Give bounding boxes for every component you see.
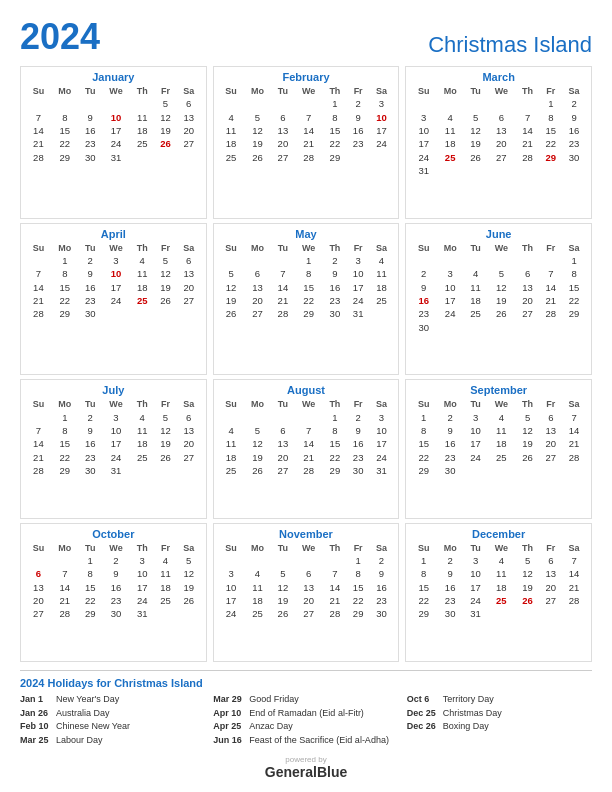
cal-day: 23 — [436, 594, 464, 607]
cal-day: 13 — [516, 280, 540, 293]
cal-day: 21 — [51, 594, 79, 607]
cal-day — [539, 321, 562, 334]
cal-table: SuMoTuWeThFrSa12345678910111213141516171… — [26, 398, 201, 477]
cal-day: 8 — [411, 567, 436, 580]
cal-day: 6 — [243, 267, 271, 280]
cal-day: 16 — [562, 124, 586, 137]
cal-day: 26 — [154, 451, 177, 464]
cal-day: 8 — [79, 567, 102, 580]
cal-day: 2 — [323, 254, 347, 267]
cal-day: 9 — [347, 424, 370, 437]
cal-day: 21 — [516, 137, 540, 150]
cal-day: 3 — [370, 410, 394, 423]
cal-day: 25 — [154, 594, 177, 607]
cal-day: 1 — [411, 410, 436, 423]
day-header: Su — [219, 242, 244, 254]
cal-day: 9 — [436, 567, 464, 580]
cal-day: 27 — [539, 451, 562, 464]
holiday-item: Feb 10Chinese New Year — [20, 720, 205, 734]
cal-day: 24 — [370, 451, 394, 464]
holiday-col: Mar 29Good FridayApr 10End of Ramadan (E… — [213, 693, 398, 747]
cal-day: 20 — [539, 437, 562, 450]
cal-day — [464, 464, 487, 477]
cal-day: 13 — [539, 567, 562, 580]
cal-day: 30 — [79, 307, 102, 320]
cal-day: 28 — [26, 464, 51, 477]
cal-day: 2 — [411, 267, 436, 280]
cal-day: 25 — [464, 307, 487, 320]
cal-day: 11 — [154, 567, 177, 580]
cal-day: 10 — [102, 267, 131, 280]
cal-day: 14 — [294, 437, 323, 450]
cal-day: 19 — [154, 124, 177, 137]
cal-day: 7 — [26, 424, 51, 437]
cal-day: 20 — [26, 594, 51, 607]
year: 2024 — [20, 16, 100, 58]
cal-day: 16 — [79, 124, 102, 137]
cal-day: 2 — [370, 554, 394, 567]
cal-day — [177, 151, 201, 164]
cal-day: 4 — [487, 554, 516, 567]
cal-day: 3 — [464, 410, 487, 423]
cal-day: 23 — [323, 294, 347, 307]
cal-day: 7 — [323, 567, 347, 580]
cal-day: 30 — [79, 464, 102, 477]
cal-day: 13 — [271, 437, 294, 450]
cal-day: 24 — [436, 307, 464, 320]
day-header: Th — [130, 542, 154, 554]
cal-day — [370, 151, 394, 164]
cal-day: 12 — [487, 280, 516, 293]
cal-day: 26 — [464, 151, 487, 164]
cal-day — [562, 321, 586, 334]
cal-day: 22 — [411, 594, 436, 607]
holiday-col: Oct 6Territory DayDec 25Christmas DayDec… — [407, 693, 592, 747]
cal-day: 3 — [102, 410, 131, 423]
cal-day: 24 — [102, 294, 131, 307]
cal-day — [154, 607, 177, 620]
cal-day: 26 — [516, 594, 540, 607]
cal-day: 8 — [323, 110, 347, 123]
cal-day: 2 — [347, 410, 370, 423]
cal-day — [562, 607, 586, 620]
holiday-date: Mar 29 — [213, 693, 245, 707]
cal-day: 21 — [323, 594, 347, 607]
cal-day: 18 — [154, 580, 177, 593]
holiday-date: Mar 25 — [20, 734, 52, 748]
holiday-name: Christmas Day — [443, 707, 502, 721]
cal-day: 1 — [323, 97, 347, 110]
day-header: Mo — [243, 85, 271, 97]
cal-day: 14 — [323, 580, 347, 593]
cal-day — [464, 164, 487, 177]
cal-day: 8 — [51, 424, 79, 437]
cal-day — [487, 97, 516, 110]
cal-day: 18 — [130, 280, 154, 293]
cal-day — [51, 97, 79, 110]
cal-day — [516, 164, 540, 177]
cal-table: SuMoTuWeThFrSa12345678910111213141516171… — [411, 398, 586, 477]
cal-day — [436, 254, 464, 267]
cal-day: 11 — [219, 124, 244, 137]
cal-day: 12 — [154, 110, 177, 123]
cal-day: 12 — [219, 280, 244, 293]
cal-day: 4 — [436, 110, 464, 123]
day-header: Sa — [177, 85, 201, 97]
cal-day — [516, 254, 540, 267]
cal-day: 20 — [539, 580, 562, 593]
cal-day: 10 — [436, 280, 464, 293]
cal-day: 23 — [436, 451, 464, 464]
footer: powered by GeneralBlue — [20, 755, 592, 780]
cal-day: 28 — [323, 607, 347, 620]
cal-day — [26, 554, 51, 567]
cal-day: 14 — [26, 437, 51, 450]
cal-day: 19 — [271, 594, 294, 607]
cal-day: 21 — [294, 451, 323, 464]
cal-table: SuMoTuWeThFrSa12345678910111213141516171… — [219, 542, 394, 621]
cal-day: 30 — [436, 464, 464, 477]
cal-day — [102, 97, 131, 110]
cal-day: 24 — [102, 451, 131, 464]
cal-day: 8 — [562, 267, 586, 280]
cal-day: 25 — [219, 464, 244, 477]
cal-day: 1 — [539, 97, 562, 110]
day-header: Fr — [347, 242, 370, 254]
cal-day: 22 — [51, 451, 79, 464]
